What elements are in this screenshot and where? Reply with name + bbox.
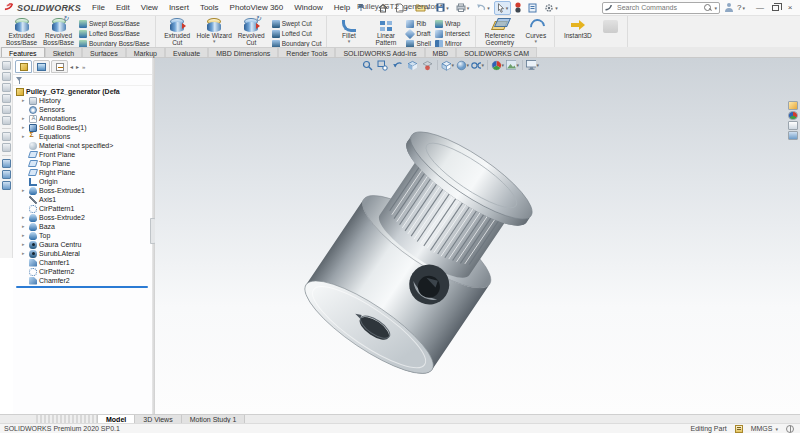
tree-item[interactable]: CirPattern2	[14, 267, 152, 276]
zoom-to-area-icon[interactable]	[376, 59, 389, 71]
rebuild-button[interactable]	[512, 0, 524, 15]
ribbon-tab[interactable]: Features	[1, 47, 45, 57]
display-style-icon[interactable]: ▾	[456, 59, 469, 71]
view-orientation-icon[interactable]: ▾	[441, 59, 454, 71]
tree-item[interactable]: Baza	[14, 222, 152, 231]
previous-view-icon[interactable]	[391, 59, 404, 71]
section-view-icon[interactable]	[406, 59, 419, 71]
study-tab[interactable]: Model	[98, 415, 135, 423]
options-button[interactable]: ▾	[541, 1, 561, 15]
dropdown-arrow-icon[interactable]: ▾	[405, 5, 408, 11]
select-tool-button[interactable]: ▾	[494, 1, 512, 15]
tags-icon[interactable]	[786, 425, 794, 433]
toolbar-icon[interactable]	[2, 105, 11, 114]
ribbon-tab[interactable]: Render Tools	[278, 47, 335, 57]
study-tab[interactable]: Motion Study 1	[182, 415, 246, 423]
zoom-to-fit-icon[interactable]	[361, 59, 374, 71]
units-selector[interactable]: MMGS▾	[751, 425, 778, 432]
help-button[interactable]: ?▾	[737, 3, 745, 12]
apply-scene-icon[interactable]: ▾	[506, 59, 519, 71]
graphics-viewport[interactable]: ▾ ▾ ▾ ▾ ▾ ▾	[155, 58, 800, 414]
tree-item[interactable]: CirPattern1	[14, 204, 152, 213]
toolbar-icon[interactable]	[2, 94, 11, 103]
search-icon[interactable]	[704, 4, 712, 12]
expand-arrow-icon[interactable]	[22, 249, 27, 258]
ribbon-tab[interactable]: Sketch	[45, 47, 82, 57]
draft-button[interactable]: Draft	[404, 29, 432, 38]
appearances-scenes-icon[interactable]	[788, 111, 798, 120]
edit-sketch-icon[interactable]	[735, 425, 743, 433]
ribbon-tab[interactable]: MBD	[425, 47, 457, 57]
tree-item[interactable]: Top	[14, 231, 152, 240]
minimize-button[interactable]: —	[753, 2, 767, 14]
dropdown-arrow-icon[interactable]: ▾	[501, 62, 504, 68]
panel-chevron-left-icon[interactable]: ◂	[69, 63, 74, 70]
rib-button[interactable]: Rib	[404, 19, 432, 28]
tree-item[interactable]: Boss-Extrude2	[14, 213, 152, 222]
tree-item[interactable]: Chamfer2	[14, 276, 152, 285]
expand-arrow-icon[interactable]	[22, 186, 27, 195]
toolbar-icon[interactable]	[2, 143, 11, 152]
ribbon-tab[interactable]: Evaluate	[165, 47, 208, 57]
hide-show-items-icon[interactable]: ▾	[471, 59, 484, 71]
print-button[interactable]: ▾	[453, 1, 473, 14]
edit-appearance-icon[interactable]: ▾	[491, 59, 504, 71]
ribbon-tab[interactable]: SOLIDWORKS Add-Ins	[335, 47, 424, 57]
menu-item[interactable]: Edit	[111, 1, 135, 14]
fillet-button[interactable]: Fillet	[330, 17, 367, 47]
dropdown-arrow-icon[interactable]: ▾	[487, 5, 490, 11]
toolbar-icon[interactable]	[2, 61, 11, 70]
file-properties-button[interactable]	[525, 1, 540, 15]
tree-item[interactable]: Top Plane	[14, 159, 152, 168]
panel-overflow-icon[interactable]: »	[81, 64, 86, 70]
dropdown-arrow-icon[interactable]: ▾	[555, 5, 558, 11]
solidworks-resources-icon[interactable]	[788, 101, 798, 110]
expand-arrow-icon[interactable]	[22, 222, 27, 231]
revolved-cut-button[interactable]: ↻ Revolved Cut	[233, 17, 270, 47]
menu-item[interactable]: PhotoView 360	[225, 1, 289, 14]
view-settings-icon[interactable]: ▾	[526, 59, 539, 71]
expand-arrow-icon[interactable]	[22, 240, 27, 249]
ribbon-tab[interactable]: SOLIDWORKS CAM	[456, 47, 537, 57]
dropdown-arrow-icon[interactable]: ▾	[466, 62, 469, 68]
dropdown-arrow-icon[interactable]: ▾	[481, 62, 484, 68]
pin-menu-icon[interactable]	[357, 3, 365, 12]
tree-item[interactable]: Right Plane	[14, 168, 152, 177]
restore-button[interactable]	[768, 2, 782, 14]
tree-root-item[interactable]: Pulley_GT2_generator (Defa	[14, 87, 152, 96]
dropdown-arrow-icon[interactable]: ▾	[536, 62, 539, 68]
search-input[interactable]	[615, 3, 701, 12]
user-account-icon[interactable]	[724, 3, 733, 12]
new-document-button[interactable]: ▾	[392, 1, 411, 15]
search-dropdown-icon[interactable]: ▾	[715, 5, 718, 11]
menu-item[interactable]: Window	[289, 1, 327, 14]
tree-item[interactable]: Annotations	[14, 114, 152, 123]
lofted-boss-button[interactable]: Lofted Boss/Base	[77, 29, 152, 38]
close-button[interactable]: ×	[783, 2, 797, 14]
dropdown-arrow-icon[interactable]: ▾	[446, 5, 449, 11]
filter-icon[interactable]	[16, 77, 23, 84]
tree-item[interactable]: Front Plane	[14, 150, 152, 159]
expand-arrow-icon[interactable]	[22, 132, 27, 141]
dropdown-arrow-icon[interactable]: ▾	[775, 426, 778, 432]
reference-geometry-button[interactable]: Reference Geometry	[479, 17, 521, 47]
dropdown-arrow-icon[interactable]: ▾	[467, 5, 470, 11]
swept-boss-button[interactable]: Swept Boss/Base	[77, 19, 152, 28]
rollback-bar[interactable]	[16, 286, 148, 288]
featuremanager-tree-tab[interactable]	[15, 60, 32, 73]
open-button[interactable]: ▾	[412, 1, 433, 14]
dropdown-arrow-icon[interactable]: ▾	[427, 5, 430, 11]
tree-item[interactable]: SurubLAteral	[14, 249, 152, 258]
menu-item[interactable]: Tools	[195, 1, 224, 14]
curves-button[interactable]: Curves	[521, 17, 551, 47]
view-palette-icon[interactable]	[788, 121, 798, 130]
tree-item[interactable]: Axis1	[14, 195, 152, 204]
toolbar-icon[interactable]	[2, 83, 11, 92]
menu-item[interactable]: Insert	[164, 1, 194, 14]
hole-wizard-button[interactable]: Hole Wizard	[196, 17, 233, 47]
intersect-button[interactable]: Intersect	[433, 29, 472, 38]
custom-properties-icon[interactable]	[788, 131, 798, 140]
ribbon-tab[interactable]: MBD Dimensions	[208, 47, 278, 57]
ribbon-tab[interactable]: Surfaces	[82, 47, 126, 57]
linear-pattern-button[interactable]: Linear Pattern	[367, 17, 404, 47]
